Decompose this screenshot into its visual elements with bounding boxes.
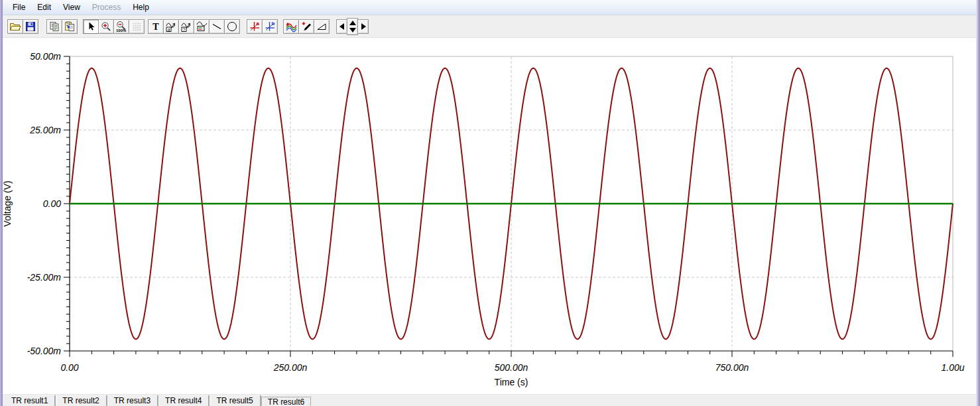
axis-label-a-button[interactable]: a <box>163 19 179 34</box>
copy-icon <box>49 21 60 32</box>
cursor-a-glyph: a <box>256 21 259 27</box>
curve-arrow-question-icon: ? <box>181 21 192 32</box>
down-arrow-icon <box>349 27 356 33</box>
select-cursor-button[interactable] <box>83 19 99 34</box>
open-button[interactable] <box>7 19 23 34</box>
tab-bar: TR result1TR result2TR result3TR result4… <box>0 394 980 406</box>
grid-button <box>129 19 145 34</box>
up-arrow-icon <box>349 21 356 26</box>
save-button[interactable] <box>23 19 38 34</box>
arrow-cursor-icon <box>86 21 96 32</box>
zoom-in-icon <box>101 21 111 32</box>
result-tab[interactable]: TR result1 <box>5 395 56 406</box>
ellipse-button[interactable] <box>224 19 240 34</box>
toolbar: 100% T a ? <box>3 15 976 38</box>
x-tick-label: 500.00n <box>495 362 528 373</box>
scroll-left-button[interactable] <box>336 19 347 34</box>
grid-dots-icon <box>133 23 141 31</box>
scroll-vertical-spinner[interactable] <box>347 18 358 35</box>
line-button[interactable] <box>209 19 225 34</box>
curve-arrow-a-icon: a <box>166 21 177 32</box>
y-tick-label: 50.00m <box>30 51 61 62</box>
text-T-icon: T <box>151 21 161 32</box>
add-curves-button[interactable] <box>283 19 299 34</box>
paste-icon <box>64 21 75 32</box>
menu-item-edit[interactable]: Edit <box>31 0 57 15</box>
line-icon <box>212 21 222 32</box>
axis-a-glyph: a <box>167 27 170 32</box>
result-tab[interactable]: TR result5 <box>210 395 261 406</box>
cursor-b-icon: b <box>265 21 276 32</box>
menu-bar: File Edit View Process Help <box>3 0 976 15</box>
chart-area: 0.00250.00n500.00n750.00n1.00u50.00m25.0… <box>0 38 980 394</box>
window-border-right <box>976 0 980 406</box>
cursor-b-button[interactable]: b <box>262 19 278 34</box>
zoom-out-100-icon: 100% <box>115 21 127 33</box>
cursor-a-icon: a <box>249 21 261 32</box>
plot[interactable]: 0.00250.00n500.00n750.00n1.00u50.00m25.0… <box>0 38 980 394</box>
axis-label-query-button[interactable]: ? <box>178 19 194 34</box>
result-tab[interactable]: TR result4 <box>158 395 210 406</box>
right-arrow-icon <box>361 23 366 30</box>
add-marker-button[interactable] <box>298 19 314 34</box>
text-button[interactable]: T <box>148 19 164 34</box>
result-tab[interactable]: TR result6 <box>261 397 311 406</box>
ellipse-icon <box>226 21 238 33</box>
left-arrow-icon <box>339 23 345 30</box>
menu-item-process: Process <box>86 0 127 15</box>
paste-button[interactable] <box>62 19 78 34</box>
x-tick-label: 750.00n <box>715 362 749 373</box>
cursor-a-button[interactable]: a <box>247 19 263 34</box>
y-tick-label: 25.00m <box>29 125 61 135</box>
cursor-b-glyph: b <box>271 21 275 27</box>
menu-item-file[interactable]: File <box>7 0 31 15</box>
y-tick-label: -50.00m <box>27 346 62 356</box>
x-tick-label: 250.00n <box>273 362 308 373</box>
menu-item-view[interactable]: View <box>57 0 86 15</box>
copy-button[interactable] <box>46 19 62 34</box>
slope-button[interactable] <box>314 19 330 34</box>
zoom-100-button[interactable]: 100% <box>113 19 129 34</box>
x-tick-label: 0.00 <box>60 362 78 373</box>
scroll-right-button[interactable] <box>357 19 369 34</box>
legend-button[interactable] <box>194 19 210 34</box>
zoom-in-button[interactable] <box>98 19 114 34</box>
triangle-icon <box>316 21 328 32</box>
text-tool-glyph: T <box>153 22 159 32</box>
curve-legend-icon <box>196 21 208 32</box>
y-tick-label: -25.00m <box>27 272 62 283</box>
zoom-100-label: 100% <box>116 28 127 32</box>
floppy-disk-icon <box>25 21 36 32</box>
folder-open-icon <box>9 21 21 32</box>
result-tab[interactable]: TR result2 <box>56 395 107 406</box>
axis-query-glyph: ? <box>182 27 185 32</box>
tina-diagram-window: { "menu": { "items": [ {"label": "File",… <box>0 0 980 406</box>
window-border-left <box>0 0 3 406</box>
y-tick-label: 0.00 <box>43 198 61 209</box>
y-axis-title: Voltage (V) <box>2 180 13 226</box>
x-tick-label: 1.00u <box>941 362 964 373</box>
result-tab[interactable]: TR result3 <box>107 395 158 406</box>
menu-item-help[interactable]: Help <box>127 0 155 15</box>
x-axis-title: Time (s) <box>495 377 528 387</box>
add-curves-icon <box>285 21 297 33</box>
add-pen-icon <box>301 21 312 32</box>
